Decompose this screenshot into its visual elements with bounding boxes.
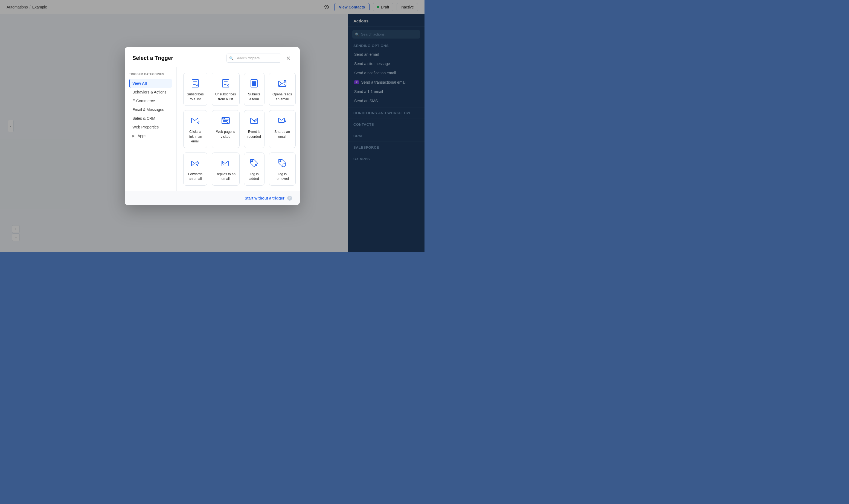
modal-close-button[interactable]: ✕ bbox=[284, 54, 292, 62]
svg-point-37 bbox=[279, 160, 281, 162]
modal-footer: Start without a trigger ? bbox=[125, 191, 300, 205]
trigger-web-page-visited[interactable]: Web page is visited bbox=[212, 110, 240, 148]
category-behaviors[interactable]: Behaviors & Actions bbox=[129, 88, 172, 96]
svg-rect-13 bbox=[252, 85, 256, 86]
category-email-messages[interactable]: Email & Messages bbox=[129, 105, 172, 114]
category-view-all[interactable]: View All bbox=[129, 79, 172, 88]
shares-email-icon bbox=[276, 115, 288, 127]
trigger-tag-removed[interactable]: Tag is removed bbox=[269, 152, 296, 185]
web-page-icon bbox=[220, 115, 232, 127]
category-sales-crm[interactable]: Sales & CRM bbox=[129, 114, 172, 123]
trigger-label-unsubscribes: Unsubscribes from a list bbox=[215, 92, 236, 102]
trigger-label-event-recorded: Event is recorded bbox=[247, 129, 261, 139]
trigger-tag-added[interactable]: Tag is added bbox=[244, 152, 264, 185]
modal-categories-title: TRIGGER CATEGORIES bbox=[129, 73, 172, 76]
modal-header-right: 🔍 ✕ bbox=[226, 54, 292, 62]
svg-line-16 bbox=[284, 84, 286, 86]
subscribes-icon bbox=[189, 77, 201, 89]
trigger-label-forwards-email: Forwards an email bbox=[187, 172, 204, 181]
svg-rect-12 bbox=[252, 83, 256, 84]
trigger-replies-email[interactable]: Replies to an email bbox=[212, 152, 240, 185]
category-ecommerce[interactable]: E-Commerce bbox=[129, 96, 172, 105]
trigger-label-shares-email: Shares an email bbox=[273, 129, 292, 139]
trigger-unsubscribes-from-list[interactable]: Unsubscribes from a list bbox=[212, 73, 240, 106]
trigger-label-replies-email: Replies to an email bbox=[215, 172, 236, 181]
clicks-link-icon bbox=[189, 115, 201, 127]
trigger-label-submits-form: Submits a form bbox=[247, 92, 261, 102]
opens-email-icon bbox=[276, 77, 288, 89]
trigger-label-tag-removed: Tag is removed bbox=[273, 172, 292, 181]
trigger-forwards-email[interactable]: Forwards an email bbox=[183, 152, 207, 185]
select-trigger-modal: Select a Trigger 🔍 ✕ TRIGGER CATEGORIES … bbox=[125, 47, 300, 205]
modal-trigger-content: Subscribes to a list bbox=[177, 67, 300, 191]
svg-point-23 bbox=[223, 118, 223, 119]
apps-arrow-icon: ▶ bbox=[133, 134, 135, 138]
trigger-label-tag-added: Tag is added bbox=[247, 172, 261, 181]
svg-rect-0 bbox=[192, 79, 198, 87]
modal-search-input[interactable] bbox=[226, 54, 281, 62]
modal-body: TRIGGER CATEGORIES View All Behaviors & … bbox=[125, 67, 300, 191]
submits-form-icon bbox=[248, 77, 260, 89]
tag-added-icon bbox=[248, 157, 260, 169]
trigger-label-opens-email: Opens/reads an email bbox=[273, 92, 292, 102]
replies-email-icon bbox=[220, 157, 232, 169]
event-recorded-icon bbox=[248, 115, 260, 127]
svg-rect-10 bbox=[251, 79, 257, 87]
tag-removed-icon bbox=[276, 157, 288, 169]
svg-line-30 bbox=[191, 164, 194, 166]
trigger-grid: Subscribes to a list bbox=[183, 73, 293, 185]
svg-point-33 bbox=[252, 160, 253, 162]
modal-header: Select a Trigger 🔍 ✕ bbox=[125, 47, 300, 67]
help-icon-button[interactable]: ? bbox=[287, 196, 292, 201]
category-apps[interactable]: ▶ Apps bbox=[129, 131, 172, 140]
modal-overlay: Select a Trigger 🔍 ✕ TRIGGER CATEGORIES … bbox=[0, 0, 424, 252]
category-web-properties[interactable]: Web Properties bbox=[129, 123, 172, 131]
trigger-clicks-link[interactable]: Clicks a link in an email bbox=[183, 110, 207, 148]
start-without-trigger-link[interactable]: Start without a trigger bbox=[245, 196, 284, 200]
trigger-shares-email[interactable]: Shares an email bbox=[269, 110, 296, 148]
modal-categories-sidebar: TRIGGER CATEGORIES View All Behaviors & … bbox=[125, 67, 177, 191]
modal-search-icon: 🔍 bbox=[229, 56, 233, 60]
trigger-label-clicks-link: Clicks a link in an email bbox=[187, 129, 204, 144]
trigger-subscribes-to-list[interactable]: Subscribes to a list bbox=[183, 73, 207, 106]
trigger-opens-email[interactable]: Opens/reads an email bbox=[269, 73, 296, 106]
svg-point-24 bbox=[224, 118, 225, 119]
trigger-label-subscribes: Subscribes to a list bbox=[187, 92, 204, 102]
svg-line-15 bbox=[278, 84, 281, 86]
forwards-email-icon bbox=[189, 157, 201, 169]
trigger-submits-form[interactable]: Submits a form bbox=[244, 73, 264, 106]
trigger-event-recorded[interactable]: Event is recorded bbox=[244, 110, 264, 148]
unsubscribes-icon bbox=[220, 77, 232, 89]
modal-search-container: 🔍 bbox=[226, 54, 281, 62]
modal-title: Select a Trigger bbox=[133, 55, 173, 61]
svg-point-17 bbox=[284, 80, 287, 83]
trigger-label-web-page: Web page is visited bbox=[215, 129, 236, 139]
